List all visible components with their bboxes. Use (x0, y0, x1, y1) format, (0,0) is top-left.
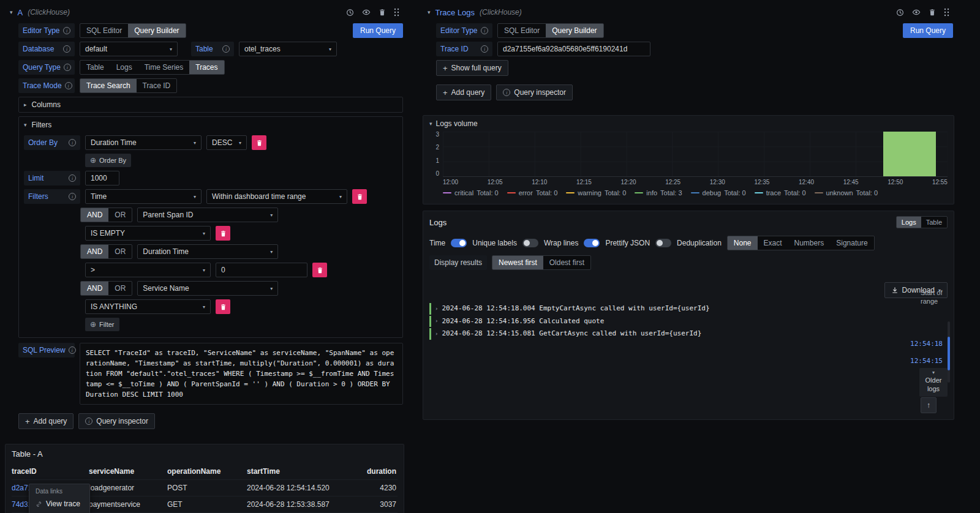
hide-query-eye-icon[interactable] (362, 8, 371, 17)
dedup-signature[interactable]: Signature (830, 236, 873, 250)
drag-handle-icon[interactable] (394, 8, 399, 17)
condition-3-operator-select[interactable]: IS ANYTHING▾ (85, 299, 211, 314)
query-inspector-button[interactable]: iQuery inspector (78, 413, 155, 429)
condition-1-or[interactable]: OR (108, 208, 132, 222)
col-operationname[interactable]: operationName (167, 463, 247, 480)
info-icon: i (63, 27, 70, 34)
database-select[interactable]: default▾ (80, 42, 178, 56)
log-line[interactable]: ›2024-06-28 12:54:15.081 GetCartAsync ca… (429, 328, 903, 340)
editor-type-sql-editor[interactable]: SQL Editor (498, 24, 546, 37)
columns-section-header[interactable]: ▸ Columns (18, 97, 403, 113)
drag-handle-icon[interactable] (944, 8, 949, 17)
query-history-icon[interactable] (346, 9, 354, 17)
add-query-button[interactable]: +Add query (18, 413, 74, 429)
condition-2-or[interactable]: OR (108, 245, 132, 258)
remove-order-by-trash-icon[interactable] (252, 135, 266, 150)
condition-2-bool-row: AND OR Duration Time▾ (80, 244, 398, 259)
order-by-field-select[interactable]: Duration Time▾ (85, 135, 202, 150)
delete-query-trash-icon[interactable] (929, 9, 936, 16)
condition-2-value-input[interactable] (216, 263, 307, 277)
legend-item-error[interactable]: errorTotal: 0 (507, 189, 558, 197)
dedup-exact[interactable]: Exact (758, 236, 788, 250)
col-traceid[interactable]: traceID (12, 463, 89, 480)
editor-type-query-builder[interactable]: Query Builder (546, 24, 603, 37)
condition-1-and[interactable]: AND (81, 208, 108, 222)
editor-type-group: SQL Editor Query Builder (497, 23, 604, 38)
condition-2-and[interactable]: AND (81, 245, 108, 258)
dedup-none[interactable]: None (728, 236, 758, 250)
condition-1-operator-select[interactable]: IS EMPTY▾ (85, 226, 211, 241)
view-trace-menu-item[interactable]: View trace (29, 497, 89, 511)
add-order-by-button[interactable]: ⊕Order By (85, 154, 131, 167)
dedup-numbers[interactable]: Numbers (788, 236, 831, 250)
view-logs-menu-item[interactable]: View logs (29, 511, 89, 513)
legend-item-unknown[interactable]: unknownTotal: 0 (815, 189, 878, 197)
col-starttime[interactable]: startTime (247, 463, 358, 480)
info-icon: i (481, 27, 488, 34)
range-timestamp[interactable]: 12:54:18 (910, 340, 943, 348)
delete-query-trash-icon[interactable] (379, 9, 386, 16)
add-filter-button[interactable]: ⊕Filter (85, 318, 119, 331)
trace-mode-trace-id[interactable]: Trace ID (137, 79, 177, 92)
logs-scrollbar[interactable] (948, 321, 950, 383)
condition-3-and[interactable]: AND (81, 282, 108, 295)
logs-volume-header[interactable]: ▾ Logs volume (429, 119, 948, 128)
show-full-query-button[interactable]: +Show full query (436, 60, 508, 76)
query-type-logs[interactable]: Logs (110, 61, 138, 74)
legend-swatch (507, 192, 516, 193)
query-type-traces[interactable]: Traces (189, 61, 224, 74)
condition-3-or[interactable]: OR (108, 282, 132, 295)
older-logs-button[interactable]: ▾Older logs (919, 368, 948, 397)
legend-item-debug[interactable]: debugTotal: 0 (691, 189, 746, 197)
remove-condition-2-trash-icon[interactable] (312, 263, 327, 277)
remove-condition-1-trash-icon[interactable] (216, 226, 230, 241)
table-select[interactable]: otel_traces▾ (239, 42, 337, 56)
collapse-chevron-icon[interactable]: ▾ (428, 9, 431, 15)
run-query-button[interactable]: Run Query (903, 23, 953, 38)
condition-2-operator-select[interactable]: >▾ (85, 263, 211, 277)
legend-item-warning[interactable]: warningTotal: 0 (566, 189, 626, 197)
trace-mode-trace-search[interactable]: Trace Search (80, 79, 137, 92)
collapse-chevron-icon[interactable]: ▾ (10, 9, 13, 15)
col-duration[interactable]: duration (358, 463, 398, 480)
display-newest-first[interactable]: Newest first (492, 256, 543, 269)
order-by-direction-select[interactable]: DESC▾ (206, 135, 247, 150)
remove-condition-3-trash-icon[interactable] (216, 299, 230, 314)
scroll-to-top-button[interactable]: ↑ (921, 397, 937, 413)
log-line[interactable]: ›2024-06-28 12:54:16.956 Calculated quot… (429, 316, 903, 328)
condition-1-field-select[interactable]: Parent Span ID▾ (137, 208, 278, 222)
range-timestamp[interactable]: 12:54:15 (910, 357, 943, 365)
filter-operator-select[interactable]: Within dashboard time range▾ (206, 189, 347, 204)
legend-item-critical[interactable]: criticalTotal: 0 (443, 189, 499, 197)
editor-type-query-builder[interactable]: Query Builder (128, 24, 185, 37)
query-type-time-series[interactable]: Time Series (138, 61, 190, 74)
logs-view-logs[interactable]: Logs (897, 217, 921, 228)
display-oldest-first[interactable]: Oldest first (543, 256, 590, 269)
query-inspector-button[interactable]: iQuery inspector (496, 84, 573, 100)
logs-view-table[interactable]: Table (921, 217, 947, 228)
legend-item-trace[interactable]: traceTotal: 0 (755, 189, 806, 197)
condition-2-field-select[interactable]: Duration Time▾ (137, 244, 278, 259)
limit-input[interactable] (85, 171, 119, 185)
filter-field-select[interactable]: Time▾ (85, 189, 202, 204)
trace-id-input[interactable] (497, 42, 650, 56)
log-line[interactable]: ›2024-06-28 12:54:18.004 EmptyCartAsync … (429, 303, 903, 315)
query-history-icon[interactable] (896, 9, 904, 17)
unique-labels-toggle[interactable] (522, 239, 538, 247)
add-query-button[interactable]: +Add query (436, 84, 491, 100)
trace-logs-actions (896, 8, 949, 17)
query-type-table[interactable]: Table (80, 61, 110, 74)
hide-query-eye-icon[interactable] (912, 8, 921, 17)
prettify-json-toggle[interactable] (655, 239, 671, 247)
col-servicename[interactable]: serviceName (89, 463, 167, 480)
legend-item-info[interactable]: infoTotal: 3 (635, 189, 682, 197)
run-query-button[interactable]: Run Query (353, 23, 403, 38)
add-filter-row: ⊕Filter (85, 318, 398, 331)
logs-scrollbar-thumb[interactable] (948, 337, 950, 370)
editor-type-sql-editor[interactable]: SQL Editor (80, 24, 128, 37)
wrap-lines-toggle[interactable] (584, 239, 600, 247)
filters-section-header[interactable]: ▾ Filters (24, 117, 398, 133)
remove-filter-trash-icon[interactable] (352, 189, 367, 204)
condition-3-field-select[interactable]: Service Name▾ (137, 281, 278, 296)
time-toggle[interactable] (451, 239, 467, 247)
